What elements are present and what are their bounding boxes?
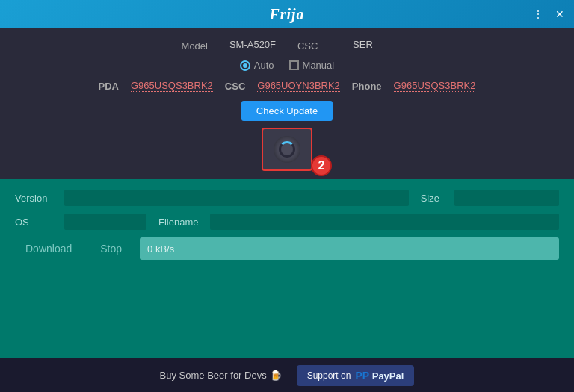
speed-bar: 0 kB/s <box>140 237 559 260</box>
beer-emoji: 🍺 <box>270 370 282 381</box>
auto-manual-row: Auto Manual <box>15 60 559 71</box>
filename-label: Filename <box>158 217 198 228</box>
spinner <box>274 136 300 163</box>
download-button[interactable]: Download <box>15 238 82 259</box>
main-content: Model SM-A520F CSC SER Auto Manual PDA G… <box>0 28 574 358</box>
check-update-button[interactable]: Check Update <box>241 101 333 121</box>
model-label: Model <box>182 40 208 52</box>
size-field <box>454 190 559 206</box>
paypal-logo: PP PayPal <box>355 370 404 382</box>
check-update-row: Check Update <box>15 101 559 121</box>
version-field <box>64 190 409 206</box>
loading-box <box>262 128 312 171</box>
pda-label: PDA <box>99 81 119 92</box>
model-value: SM-A520F <box>223 39 283 52</box>
filename-field <box>210 214 559 230</box>
paypal-p1: P <box>355 370 362 382</box>
manual-label: Manual <box>303 60 335 71</box>
beer-link[interactable]: Buy Some Beer for Devs 🍺 <box>160 370 282 381</box>
filename-row: OS Filename <box>15 214 559 230</box>
pda-value: G965USQS3BRK2 <box>131 80 213 92</box>
manual-radio[interactable]: Manual <box>289 60 335 71</box>
action-row: Download Stop 0 kB/s <box>15 237 559 260</box>
paypal-p2: P <box>362 370 369 382</box>
bottom-section: Version Size OS Filename Download Stop 0… <box>0 179 574 358</box>
paypal-button[interactable]: Support on PP PayPal <box>297 365 415 386</box>
auto-radio[interactable]: Auto <box>240 60 274 71</box>
menu-button[interactable]: ⋮ <box>529 7 547 22</box>
csc2-value: G965UOYN3BRK2 <box>257 80 340 92</box>
loading-area: 2 <box>15 127 559 172</box>
auto-label: Auto <box>254 60 274 71</box>
csc-value: SER <box>333 39 392 52</box>
version-row: Version Size <box>15 190 559 206</box>
size-label: Size <box>421 193 442 204</box>
csc2-label: CSC <box>225 81 245 92</box>
auto-radio-dot <box>240 60 250 71</box>
title-bar: Frija ⋮ ✕ <box>0 0 574 28</box>
phone-label: Phone <box>352 81 382 92</box>
os-field <box>64 214 146 230</box>
version-label: Version <box>15 193 52 204</box>
stop-button[interactable]: Stop <box>90 238 132 259</box>
app-title: Frija <box>269 6 304 23</box>
footer: Buy Some Beer for Devs 🍺 Support on PP P… <box>0 358 574 392</box>
phone-value: G965USQS3BRK2 <box>394 80 476 92</box>
paypal-text-part: PayPal <box>372 370 404 382</box>
title-bar-controls: ⋮ ✕ <box>529 7 568 22</box>
model-row: Model SM-A520F CSC SER <box>15 39 559 52</box>
close-button[interactable]: ✕ <box>552 7 568 22</box>
speed-value: 0 kB/s <box>147 243 174 255</box>
csc-label: CSC <box>297 40 318 52</box>
manual-checkbox <box>289 60 299 70</box>
paypal-support-text: Support on <box>307 370 351 381</box>
pda-row: PDA G965USQS3BRK2 CSC G965UOYN3BRK2 Phon… <box>15 80 559 92</box>
top-section: Model SM-A520F CSC SER Auto Manual PDA G… <box>0 28 574 179</box>
spinner-inner <box>279 141 295 158</box>
step-badge: 2 <box>311 155 332 176</box>
beer-text: Buy Some Beer for Devs <box>160 370 267 381</box>
os-label: OS <box>15 217 52 228</box>
